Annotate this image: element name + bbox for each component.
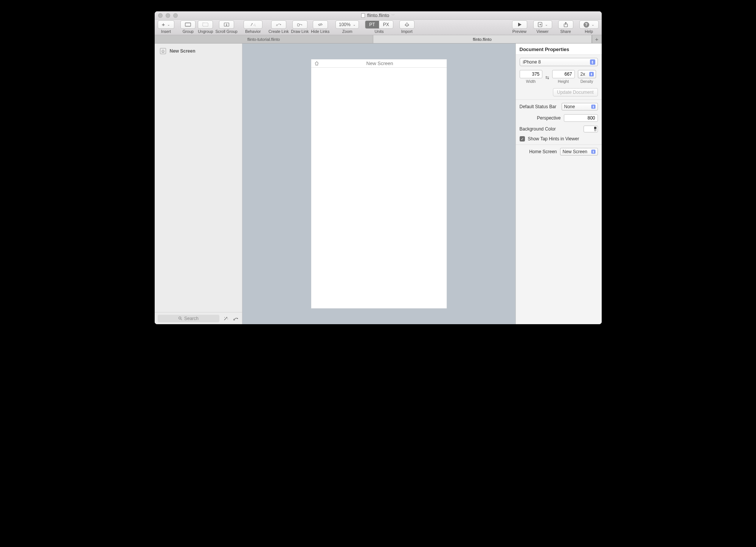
insert-label: Insert — [161, 29, 171, 34]
svg-rect-0 — [185, 23, 191, 26]
units-pt-button[interactable]: PT — [365, 21, 379, 28]
curve-tool-icon[interactable] — [233, 316, 239, 321]
toolbar-import-group: Import — [399, 20, 414, 34]
screen-list-item[interactable]: New Screen — [155, 46, 242, 56]
svg-point-16 — [237, 318, 238, 319]
preview-label: Preview — [512, 29, 526, 34]
group-label: Group — [183, 29, 194, 34]
insert-button[interactable]: + ⌄ — [158, 20, 175, 29]
document-icon — [361, 13, 365, 18]
svg-rect-8 — [297, 24, 299, 26]
help-button[interactable]: ? ⌄ — [579, 20, 599, 29]
update-document-button[interactable]: Update Document — [553, 88, 598, 96]
svg-point-9 — [301, 25, 302, 25]
chevron-down-icon: ⌄ — [167, 23, 170, 26]
toolbar-behavior-group: Behavior — [244, 20, 262, 34]
viewer-button[interactable]: ⌄ — [533, 20, 552, 29]
inspector: Document Properties iPhone 8 ▲▼ Width ⇆ … — [515, 44, 602, 324]
document-tab-a[interactable]: flinto-tutorial.flinto — [155, 35, 373, 43]
swap-dimensions-icon[interactable]: ⇆ — [545, 74, 549, 80]
artboard-header: New Screen — [311, 59, 447, 68]
zoom-label: Zoom — [342, 29, 352, 34]
toolbar-insert-group: + ⌄ Insert — [158, 20, 175, 34]
screen-list: New Screen — [155, 44, 242, 312]
svg-point-13 — [224, 317, 225, 318]
behavior-button[interactable] — [244, 20, 262, 29]
artboard-title[interactable]: New Screen — [316, 61, 444, 66]
preview-button[interactable] — [512, 20, 527, 29]
density-label: Density — [581, 79, 593, 84]
units-px-button[interactable]: PX — [379, 21, 393, 28]
zoom-value: 100% — [339, 22, 351, 27]
app-window: flinto.flinto ﹀ + ⌄ Insert Group — [155, 11, 602, 324]
plus-icon: + — [162, 23, 165, 26]
new-tab-button[interactable]: + — [592, 35, 602, 43]
scroll-group-label: Scroll Group — [216, 29, 238, 34]
help-label: Help — [585, 29, 593, 34]
titlebar: flinto.flinto ﹀ — [155, 11, 602, 20]
status-bar-label: Default Status Bar — [520, 104, 559, 109]
svg-point-6 — [276, 25, 277, 26]
close-window-button[interactable] — [158, 13, 163, 18]
toolbar: + ⌄ Insert Group Ungroup — [155, 20, 602, 35]
toolbar-group-group: Group — [180, 20, 196, 34]
document-options-section: Default Status Bar None ▲▼ Perspective B… — [516, 100, 602, 145]
import-label: Import — [401, 29, 413, 34]
width-input[interactable] — [520, 70, 542, 78]
share-button[interactable] — [558, 20, 573, 29]
content-area: New Screen Search — [155, 44, 602, 324]
background-color-label: Background Color — [520, 126, 581, 132]
scroll-group-button[interactable] — [219, 20, 234, 29]
tab-label: flinto-tutorial.flinto — [247, 37, 280, 42]
density-value: 2x — [581, 71, 585, 77]
svg-point-7 — [280, 24, 281, 25]
height-input[interactable] — [552, 70, 575, 78]
tap-hints-checkbox[interactable]: ✓ — [520, 136, 525, 141]
draw-link-label: Draw Link — [291, 29, 309, 34]
search-input[interactable]: Search — [158, 315, 219, 322]
updown-icon: ▲▼ — [589, 72, 594, 76]
svg-point-14 — [227, 319, 228, 319]
svg-rect-1 — [203, 23, 208, 26]
home-screen-select[interactable]: New Screen ▲▼ — [560, 148, 598, 155]
create-link-label: Create Link — [269, 29, 289, 34]
import-button[interactable] — [399, 20, 414, 29]
ungroup-label: Ungroup — [198, 29, 213, 34]
plus-icon: + — [595, 36, 599, 42]
tap-hints-label: Show Tap Hints in Viewer — [528, 136, 579, 141]
search-placeholder: Search — [184, 316, 199, 321]
canvas[interactable]: New Screen — [242, 44, 515, 324]
ungroup-button[interactable] — [198, 20, 213, 29]
svg-point-12 — [179, 317, 181, 319]
hide-links-label: Hide Links — [311, 29, 329, 34]
toolbar-preview-group: Preview — [512, 20, 527, 34]
document-tabs: flinto-tutorial.flinto flinto.flinto + — [155, 35, 602, 44]
artboard[interactable]: New Screen — [311, 59, 447, 309]
perspective-input[interactable] — [564, 114, 598, 122]
viewer-label: Viewer — [537, 29, 549, 34]
toolbar-zoom-group: 100% ⌄ Zoom — [335, 20, 359, 34]
svg-point-4 — [255, 24, 255, 25]
svg-point-3 — [254, 25, 254, 25]
draw-link-button[interactable] — [292, 20, 307, 29]
toolbar-scrollgroup-group: Scroll Group — [216, 20, 238, 34]
document-tab-b[interactable]: flinto.flinto — [373, 35, 592, 43]
tab-label: flinto.flinto — [473, 37, 492, 42]
magic-wand-icon[interactable] — [223, 316, 229, 321]
toolbar-drawlink-group: Draw Link — [291, 20, 309, 34]
hide-links-button[interactable] — [313, 20, 328, 29]
title-caret-icon[interactable]: ﹀ — [391, 13, 395, 18]
device-preset-select[interactable]: iPhone 8 ▲▼ — [520, 58, 598, 66]
background-color-well[interactable] — [584, 126, 598, 132]
zoom-window-button[interactable] — [173, 13, 178, 18]
chevron-down-icon: ⌄ — [545, 23, 548, 26]
create-link-button[interactable] — [271, 20, 286, 29]
sidebar: New Screen Search — [155, 44, 242, 324]
toolbar-units-group: PT PX Units — [365, 20, 393, 34]
status-bar-select[interactable]: None ▲▼ — [562, 103, 598, 110]
group-button[interactable] — [180, 20, 196, 29]
svg-point-5 — [255, 26, 255, 26]
minimize-window-button[interactable] — [166, 13, 170, 18]
density-select[interactable]: 2x ▲▼ — [578, 70, 596, 78]
zoom-dropdown[interactable]: 100% ⌄ — [335, 20, 359, 29]
